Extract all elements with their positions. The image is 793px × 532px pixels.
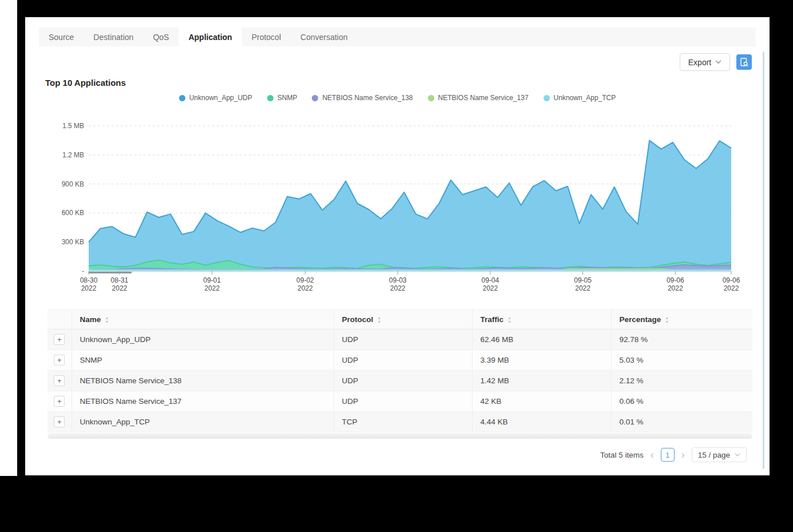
svg-text:09-05: 09-05 [574,276,592,284]
tab-qos[interactable]: QoS [143,27,179,46]
report-preview-button[interactable] [736,54,752,70]
table-row: + SNMP UDP 3.39 MB 5.03 % [47,350,752,371]
column-header-name[interactable]: Name▲▼ [72,310,334,329]
svg-text:2022: 2022 [668,284,683,292]
traffic-area-chart[interactable]: 1.5 MB1.2 MB900 KB600 KB300 KB-08-302022… [43,116,752,294]
cell-percentage: 5.03 % [611,350,752,371]
expand-row-button[interactable]: + [54,396,65,407]
cell-name: Unknown_App_UDP [72,329,334,350]
cell-traffic: 4.44 KB [472,412,611,432]
table-header-row: Name▲▼ Protocol▲▼ Traffic▲▼ Percentage▲▼ [47,310,752,329]
tab-application[interactable]: Application [179,27,241,46]
expand-row-button[interactable]: + [54,355,65,366]
chevron-down-icon [735,453,740,456]
prev-page-button[interactable]: ‹ [649,450,655,460]
legend-label: Unknown_App_UDP [189,94,252,102]
svg-text:08-30: 08-30 [80,276,98,284]
cell-protocol: UDP [334,371,472,391]
cell-protocol: UDP [334,391,472,412]
legend-label: SNMP [277,94,298,102]
legend-dot-icon [428,95,434,101]
legend-dot-icon [179,95,185,101]
sort-icon[interactable]: ▲▼ [377,316,381,324]
cell-traffic: 62.46 MB [472,329,611,350]
expand-row-button[interactable]: + [54,375,65,386]
expand-column-header [47,310,72,329]
chart-legend: Unknown_App_UDPSNMPNETBIOS Name Service_… [25,94,770,102]
table-row: + NETBIOS Name Service_138 UDP 1.42 MB 2… [47,371,752,391]
legend-label: Unknown_App_TCP [554,94,616,102]
cell-traffic: 1.42 MB [472,371,611,391]
tab-bar: Source Destination QoS Application Proto… [39,27,756,46]
legend-item[interactable]: NETBIOS Name Service_138 [312,94,413,102]
vertical-scrollbar[interactable] [763,51,764,469]
svg-text:600 KB: 600 KB [62,209,84,217]
cell-percentage: 92.78 % [611,329,752,350]
svg-text:2022: 2022 [390,284,406,292]
legend-item[interactable]: Unknown_App_UDP [179,94,252,102]
document-search-icon [739,57,749,67]
tab-destination[interactable]: Destination [84,27,143,46]
svg-text:2022: 2022 [575,284,590,292]
legend-item[interactable]: Unknown_App_TCP [544,94,616,102]
svg-text:09-04: 09-04 [482,276,499,284]
cell-percentage: 0.06 % [611,391,752,412]
table-row: + Unknown_App_TCP TCP 4.44 KB 0.01 % [47,412,752,432]
column-header-traffic[interactable]: Traffic▲▼ [472,310,611,329]
svg-text:1.5 MB: 1.5 MB [62,122,84,130]
svg-text:2022: 2022 [724,284,739,292]
legend-label: NETBIOS Name Service_137 [438,94,529,102]
legend-dot-icon [312,95,318,101]
svg-text:09-02: 09-02 [296,276,314,284]
next-page-button[interactable]: › [680,450,686,460]
app-window: Source Destination QoS Application Proto… [25,17,770,475]
horizontal-scrollbar[interactable] [47,434,752,439]
cell-traffic: 3.39 MB [472,350,611,371]
page-title: Top 10 Applications [45,78,126,88]
legend-label: NETBIOS Name Service_138 [322,94,413,102]
cell-protocol: UDP [334,350,472,371]
applications-table: Name▲▼ Protocol▲▼ Traffic▲▼ Percentage▲▼… [47,309,752,432]
tab-protocol[interactable]: Protocol [242,27,291,46]
svg-text:08-31: 08-31 [111,276,129,284]
table-row: + Unknown_App_UDP UDP 62.46 MB 92.78 % [47,329,752,350]
cell-name: SNMP [72,350,334,371]
pagination: Total 5 items ‹ 1 › 15 / page [600,447,747,462]
tab-source[interactable]: Source [39,27,84,46]
cell-percentage: 0.01 % [611,412,752,432]
legend-item[interactable]: SNMP [267,94,298,102]
sort-icon[interactable]: ▲▼ [665,316,669,324]
svg-text:09-06: 09-06 [723,276,740,284]
expand-row-button[interactable]: + [54,416,65,427]
tab-conversation[interactable]: Conversation [291,27,358,46]
export-button-label: Export [688,58,711,67]
cell-name: NETBIOS Name Service_137 [72,391,334,412]
export-button[interactable]: Export [680,53,730,71]
svg-text:900 KB: 900 KB [62,180,84,188]
svg-text:1.2 MB: 1.2 MB [62,151,84,159]
svg-text:300 KB: 300 KB [62,238,84,246]
svg-text:2022: 2022 [298,284,313,292]
expand-row-button[interactable]: + [54,334,65,345]
page-size-select[interactable]: 15 / page [692,447,747,462]
page-size-label: 15 / page [698,451,730,459]
svg-text:09-03: 09-03 [389,276,407,284]
legend-item[interactable]: NETBIOS Name Service_137 [428,94,529,102]
column-header-protocol[interactable]: Protocol▲▼ [334,310,472,329]
page-edge-strip [0,0,17,476]
sort-icon[interactable]: ▲▼ [507,316,512,324]
svg-text:09-06: 09-06 [667,276,684,284]
legend-dot-icon [267,95,273,101]
svg-text:2022: 2022 [112,284,128,292]
svg-text:2022: 2022 [81,284,97,292]
cell-protocol: UDP [334,329,472,350]
chevron-down-icon [715,60,721,64]
total-items-label: Total 5 items [600,451,644,459]
table-row: + NETBIOS Name Service_137 UDP 42 KB 0.0… [47,391,752,412]
sort-icon[interactable]: ▲▼ [105,316,109,324]
cell-protocol: TCP [334,412,472,432]
cell-percentage: 2.12 % [611,371,752,391]
current-page-button[interactable]: 1 [661,448,675,462]
column-header-percentage[interactable]: Percentage▲▼ [611,310,752,329]
svg-text:2022: 2022 [204,284,220,292]
